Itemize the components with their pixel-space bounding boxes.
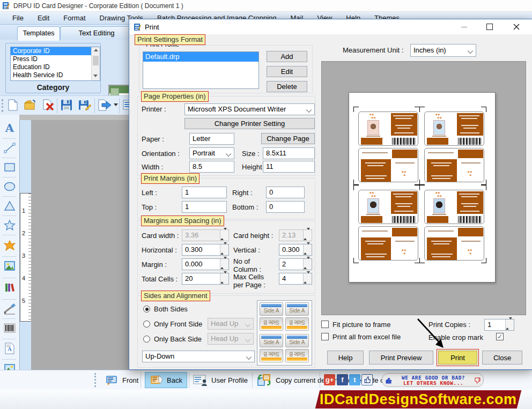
open-icon[interactable]	[24, 99, 38, 113]
updown-select[interactable]: Up-Down	[142, 351, 255, 362]
website-banner[interactable]: IDCardDesignSoftware.com	[315, 390, 521, 408]
save-icon[interactable]	[60, 99, 74, 113]
card-width-spinner[interactable]: 3.36	[182, 229, 229, 241]
scroll-down-icon[interactable]	[93, 75, 98, 77]
like-icon[interactable]	[361, 374, 373, 385]
new-document-icon[interactable]	[6, 99, 20, 113]
edit-button[interactable]: Edit	[267, 66, 307, 77]
line-tool-icon[interactable]	[2, 140, 17, 155]
close-button[interactable]	[507, 19, 526, 34]
minimize-button[interactable]	[455, 19, 473, 34]
menu-edit[interactable]: Edit	[31, 14, 56, 22]
image-tool-icon[interactable]	[2, 258, 17, 273]
width-input[interactable]: 8.5	[189, 161, 234, 173]
design-canvas[interactable]	[31, 120, 129, 370]
category-item-corporate[interactable]: Corporate ID	[11, 47, 100, 55]
total-cells-spinner[interactable]: 20	[182, 273, 229, 285]
change-printer-setting-button[interactable]: Change Printer Setting	[184, 118, 315, 129]
front-side-button[interactable]: Front	[105, 372, 138, 388]
category-list[interactable]: Corporate ID Press ID Education ID Healt…	[10, 47, 100, 81]
front-head-select[interactable]: Head Up	[208, 318, 254, 330]
help-button[interactable]: Help	[327, 351, 364, 365]
bottom-margin-input[interactable]: 0	[266, 201, 305, 213]
ruler-number: 2	[22, 230, 25, 236]
menu-format[interactable]: Format	[56, 14, 92, 22]
card-height-spinner[interactable]: 2.13	[279, 229, 312, 241]
print-button[interactable]: Print	[438, 351, 477, 365]
size-input[interactable]: 8.5x11	[263, 147, 315, 159]
delete-document-icon[interactable]	[42, 99, 56, 113]
signature-tool-icon[interactable]	[2, 301, 17, 316]
ellipse-tool-icon[interactable]	[2, 179, 17, 194]
category-scrollbar[interactable]	[91, 47, 100, 80]
delete-button[interactable]: Delete	[267, 81, 307, 92]
orientation-select[interactable]: Portrait	[189, 147, 234, 159]
custom-shape-tool-icon[interactable]	[2, 238, 17, 253]
both-sides-radio[interactable]	[143, 306, 150, 313]
print-dialog-icon	[134, 23, 142, 31]
back-side-button[interactable]: Back	[145, 372, 187, 388]
paper-input[interactable]: Letter	[189, 133, 234, 145]
rectangle-tool-icon[interactable]	[2, 160, 17, 175]
top-margin-input[interactable]: 1	[182, 201, 227, 213]
scroll-thumb[interactable]	[93, 56, 99, 65]
left-margin-input[interactable]: 1	[182, 187, 227, 198]
measurement-unit-select[interactable]: Inches (in)	[410, 44, 476, 57]
barcode-tool-icon[interactable]	[2, 321, 17, 336]
save-as-icon[interactable]	[78, 99, 92, 113]
text-tool-icon[interactable]: A	[2, 120, 17, 135]
fit-picture-label: Fit picture to frame	[332, 321, 390, 329]
no-of-column-spinner[interactable]: 2	[279, 258, 312, 270]
menu-file[interactable]: File	[5, 14, 31, 22]
printer-select[interactable]: Microsoft XPS Document Writer	[184, 103, 315, 115]
enable-crop-checkbox[interactable]: ✓	[496, 333, 504, 340]
maximize-button[interactable]	[481, 19, 499, 34]
margins-spacing-caption: Margins and Spacing (in)	[141, 215, 224, 226]
library-tool-icon[interactable]	[2, 280, 17, 295]
star-tool-icon[interactable]	[2, 218, 17, 233]
export-dropdown-icon[interactable]	[114, 103, 118, 106]
print-copies-spinner[interactable]: 1	[484, 319, 514, 331]
category-item-health[interactable]: Health Service ID	[11, 71, 100, 79]
close-dialog-button[interactable]: Close	[482, 351, 522, 365]
only-front-radio[interactable]	[143, 321, 150, 328]
category-item-education[interactable]: Education ID	[11, 63, 100, 71]
total-cells-label: Total Cells :	[142, 275, 178, 283]
tab-templates[interactable]: Templates	[17, 26, 60, 41]
triangle-tool-icon[interactable]	[2, 198, 17, 213]
user-profile-button[interactable]: User Profile	[193, 372, 248, 388]
side-a-chip: Side A	[260, 334, 283, 347]
twitter-icon[interactable]: t	[349, 374, 360, 385]
preview-card-front: ** **	[358, 111, 418, 146]
googleplus-icon[interactable]: g+	[324, 374, 335, 385]
change-page-button[interactable]: Change Page	[261, 133, 315, 144]
only-back-radio[interactable]	[143, 336, 150, 343]
right-margin-input[interactable]: 0	[266, 187, 305, 198]
print-preview-button[interactable]: Print Preview	[369, 351, 433, 365]
scroll-up-icon[interactable]	[94, 49, 98, 51]
feedback-badge[interactable]: WE ARE GOOD OR BAD? LET OTHERS KNOW...	[382, 373, 484, 387]
bottombar-drag-handle[interactable]	[94, 373, 98, 387]
text-document-tool-icon[interactable]: A	[2, 341, 17, 356]
fit-picture-checkbox[interactable]	[321, 321, 329, 328]
both-sides-label: Both Sides	[154, 305, 188, 313]
category-item-press[interactable]: Press ID	[11, 55, 100, 63]
profile-list[interactable]: Default.drp	[143, 51, 259, 89]
print-margins-caption: Print Margins (in)	[141, 173, 200, 184]
tab-text-editing[interactable]: Text Editing	[60, 26, 133, 40]
profile-item-default[interactable]: Default.drp	[143, 52, 258, 62]
side-b-chip: Side B	[260, 349, 283, 362]
export-icon[interactable]	[98, 99, 112, 113]
add-button[interactable]: Add	[267, 51, 307, 62]
margin-spinner[interactable]: 0.000	[182, 258, 229, 270]
toolbar-drag-handle[interactable]	[2, 99, 5, 112]
back-head-select[interactable]: Head Up	[208, 333, 254, 345]
vertical-spinner[interactable]: 0.300	[279, 244, 312, 256]
height-input[interactable]: 11	[263, 161, 315, 173]
card-width-label: Card width :	[142, 232, 179, 240]
facebook-icon[interactable]: f	[337, 374, 348, 385]
horizontal-spinner[interactable]: 0.300	[182, 244, 229, 256]
max-cells-spinner[interactable]: 4	[279, 273, 312, 285]
print-excel-checkbox[interactable]	[321, 333, 329, 340]
preview-card-front: ** **	[424, 190, 484, 224]
